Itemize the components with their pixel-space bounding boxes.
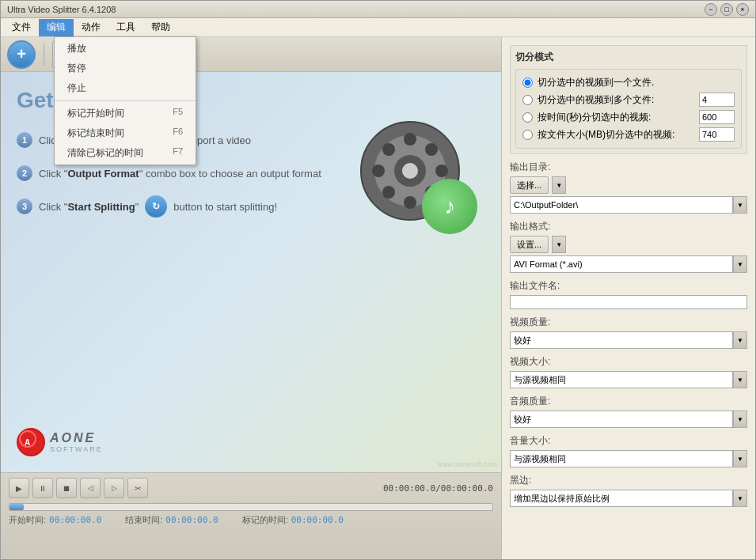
settings-dropdown[interactable]: ▼ — [552, 236, 566, 253]
svg-text:A: A — [25, 438, 30, 447]
logo-area: A AONE SOFTWARE — [17, 428, 103, 456]
cut-mode-section: 切分模式 切分选中的视频到一个文件. 切分选中的视频到多个文件: — [510, 45, 747, 154]
audio-size-arrow[interactable]: ▼ — [733, 450, 747, 467]
scissors-button[interactable]: ✂ — [127, 478, 148, 498]
output-dir-field[interactable] — [510, 196, 733, 214]
title-bar: Ultra Video Splitter 6.4.1208 − □ × — [1, 1, 755, 18]
output-format-arrow[interactable]: ▼ — [733, 255, 747, 273]
step-3-icon[interactable]: ↻ — [145, 195, 167, 218]
audio-quality-row: 音频质量: ▼ — [510, 395, 747, 428]
cut-mode-title: 切分模式 — [515, 51, 742, 64]
end-time-label: 结束时间: 00:00:00.0 — [125, 514, 218, 526]
radio-multi-file-label: 切分选中的视频到多个文件: — [538, 93, 654, 107]
dropdown-separator-1 — [55, 100, 196, 101]
watermark: www.aonesoft.com — [437, 460, 497, 468]
mark-start-button[interactable]: ◁ — [80, 478, 101, 498]
dropdown-mark-end[interactable]: 标记结束时间 F6 — [55, 123, 196, 143]
step-num-3: 3 — [17, 199, 32, 214]
svg-point-4 — [404, 133, 416, 146]
minimize-button[interactable]: − — [705, 3, 717, 16]
mark-end-button[interactable]: ▷ — [104, 478, 124, 498]
audio-quality-arrow[interactable]: ▼ — [733, 411, 747, 428]
audio-size-field[interactable] — [510, 450, 733, 467]
radio-by-time-input[interactable] — [522, 112, 533, 123]
menu-tools[interactable]: 工具 — [108, 19, 143, 36]
radio-by-size: 按文件大小(MB)切分选中的视频: — [522, 127, 735, 142]
dropdown-clear-marks[interactable]: 清除已标记的时间 F7 — [55, 143, 196, 163]
aone-brand-sub: SOFTWARE — [50, 445, 103, 453]
radio-multi-file-input[interactable] — [522, 95, 533, 105]
video-quality-field[interactable] — [510, 331, 733, 349]
border-combo: ▼ — [510, 490, 747, 507]
svg-point-8 — [382, 143, 395, 156]
audio-quality-field[interactable] — [510, 411, 733, 428]
svg-point-5 — [404, 196, 416, 209]
mark-time-label: 标记的时间: 00:00:00.0 — [242, 514, 344, 526]
by-size-value-input[interactable] — [699, 127, 735, 142]
border-arrow[interactable]: ▼ — [733, 490, 747, 507]
output-format-field[interactable] — [510, 255, 733, 273]
toolbar-sep-1 — [44, 44, 44, 66]
add-button[interactable]: + — [7, 40, 36, 69]
svg-point-3 — [402, 163, 418, 179]
menu-help[interactable]: 帮助 — [143, 19, 178, 36]
svg-point-12 — [17, 429, 44, 456]
output-dir-input-row: 选择... ▼ — [510, 176, 747, 194]
video-size-arrow[interactable]: ▼ — [733, 371, 747, 388]
radio-multi-file: 切分选中的视频到多个文件: — [522, 93, 735, 107]
svg-point-11 — [382, 186, 395, 199]
stop-playback-button[interactable]: ⏹ — [56, 478, 77, 498]
multi-file-count-input[interactable] — [699, 93, 735, 107]
by-time-value-input[interactable] — [699, 110, 735, 124]
audio-quality-label: 音频质量: — [510, 395, 747, 408]
dropdown-pause[interactable]: 暂停 — [55, 59, 196, 78]
video-size-combo: ▼ — [510, 371, 747, 388]
svg-point-10 — [425, 143, 438, 156]
aone-logo: A AONE SOFTWARE — [17, 428, 103, 456]
play-button[interactable]: ▶ — [9, 478, 29, 498]
output-format-row: 输出格式: 设置... ▼ ▼ — [510, 220, 747, 273]
video-quality-arrow[interactable]: ▼ — [733, 331, 747, 349]
dropdown-play[interactable]: 播放 — [55, 39, 196, 59]
menu-bar: 文件 编辑 动作 工具 帮助 — [1, 18, 755, 37]
progress-bar[interactable] — [9, 503, 493, 511]
cut-mode-radio-group: 切分选中的视频到一个文件. 切分选中的视频到多个文件: 按时间(秒)分切选中的视… — [515, 69, 742, 149]
radio-one-file-label: 切分选中的视频到一个文件. — [538, 76, 654, 89]
audio-size-combo: ▼ — [510, 450, 747, 467]
radio-by-time: 按时间(秒)分切选中的视频: — [522, 110, 735, 124]
video-size-label: 视频大小: — [510, 355, 747, 369]
video-size-field[interactable] — [510, 371, 733, 388]
aone-text: AONE SOFTWARE — [50, 431, 103, 453]
dropdown-stop[interactable]: 停止 — [55, 78, 196, 98]
menu-file[interactable]: 文件 — [4, 19, 39, 36]
settings-button[interactable]: 设置... — [510, 236, 549, 253]
menu-edit[interactable]: 编辑 — [39, 19, 74, 36]
audio-size-row: 音量大小: ▼ — [510, 434, 747, 467]
window-title: Ultra Video Splitter 6.4.1208 — [7, 5, 116, 14]
main-window: Ultra Video Splitter 6.4.1208 − □ × 文件 编… — [0, 0, 756, 560]
radio-one-file-input[interactable] — [522, 78, 533, 88]
video-quality-combo: ▼ — [510, 331, 747, 349]
menu-action[interactable]: 动作 — [74, 19, 108, 36]
radio-one-file: 切分选中的视频到一个文件. — [522, 76, 735, 89]
output-filename-field[interactable] — [510, 295, 747, 309]
output-filename-row: 输出文件名: — [510, 279, 747, 309]
output-dir-label: 输出目录: — [510, 161, 747, 174]
output-dir-combo: ▼ — [510, 196, 747, 214]
select-dir-dropdown[interactable]: ▼ — [552, 176, 566, 194]
maximize-button[interactable]: □ — [720, 3, 733, 16]
radio-by-size-input[interactable] — [522, 130, 533, 140]
close-button[interactable]: × — [736, 3, 749, 16]
output-format-label: 输出格式: — [510, 220, 747, 233]
aone-icon: A — [17, 428, 45, 456]
select-dir-button[interactable]: 选择... — [510, 176, 549, 194]
step-3-suffix: button to start splitting! — [173, 201, 277, 213]
audio-size-label: 音量大小: — [510, 434, 747, 448]
border-field[interactable] — [510, 490, 733, 507]
dropdown-mark-start[interactable]: 标记开始时间 F5 — [55, 104, 196, 123]
output-dir-arrow[interactable]: ▼ — [733, 196, 747, 214]
music-note: ♪ — [422, 179, 477, 234]
pause-playback-button[interactable]: ⏸ — [32, 478, 53, 498]
output-format-btn-row: 设置... ▼ — [510, 236, 747, 253]
output-dir-row: 输出目录: 选择... ▼ ▼ — [510, 161, 747, 214]
